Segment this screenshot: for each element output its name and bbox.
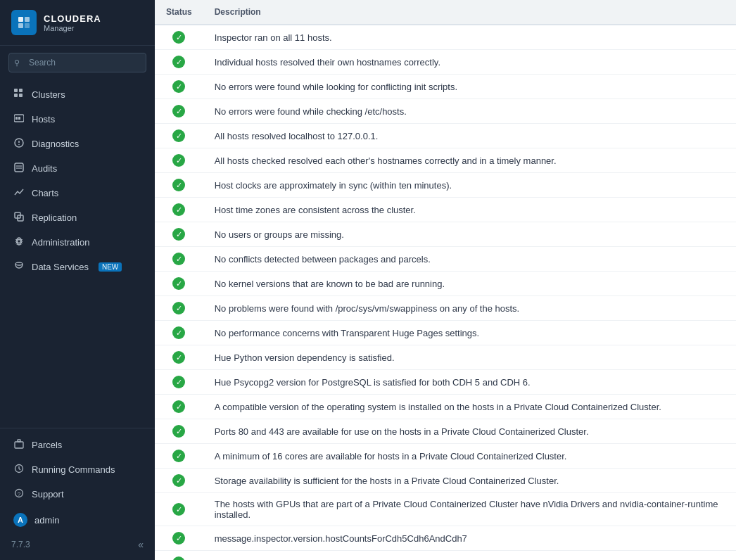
description-cell: Host time zones are consistent across th… xyxy=(203,198,736,222)
table-row: ✓The hosts with GPUs that are part of a … xyxy=(155,493,736,526)
description-cell: No performance concerns with Transparent… xyxy=(203,321,736,345)
sidebar-item-data-services-label: Data Services xyxy=(32,262,89,272)
status-ok-icon: ✓ xyxy=(172,228,185,241)
sidebar-item-parcels[interactable]: Parcels xyxy=(0,433,155,457)
sidebar-item-hosts-label: Hosts xyxy=(32,114,55,125)
svg-rect-7 xyxy=(19,94,23,97)
table-row: ✓No errors were found while checking /et… xyxy=(155,99,736,124)
sidebar-item-parcels-label: Parcels xyxy=(32,440,62,450)
search-input[interactable] xyxy=(8,53,146,72)
sidebar-item-audits[interactable]: Audits xyxy=(0,156,155,181)
col-header-status: Status xyxy=(155,0,203,25)
logo-area: CLOUDERA Manager xyxy=(0,0,155,46)
col-header-description: Description xyxy=(203,0,736,25)
status-cell: ✓ xyxy=(155,50,203,75)
status-cell: ✓ xyxy=(155,493,203,526)
svg-rect-4 xyxy=(14,89,18,92)
svg-rect-10 xyxy=(18,117,20,120)
sidebar-item-clusters[interactable]: Clusters xyxy=(0,82,155,107)
table-row: ✓Individual hosts resolved their own hos… xyxy=(155,50,736,75)
table-row: ✓Storage availability is sufficient for … xyxy=(155,469,736,493)
svg-point-20 xyxy=(15,262,23,265)
user-menu[interactable]: A admin xyxy=(0,507,155,533)
sidebar-item-replication[interactable]: Replication xyxy=(0,205,155,230)
status-ok-icon: ✓ xyxy=(172,253,185,265)
description-cell: No problems were found with /proc/sys/vm… xyxy=(203,296,736,321)
status-ok-icon: ✓ xyxy=(172,556,185,560)
sidebar-item-charts-label: Charts xyxy=(32,188,58,198)
status-ok-icon: ✓ xyxy=(172,105,185,117)
clusters-icon xyxy=(13,89,25,101)
description-cell: A minimum of 16 cores are available for … xyxy=(203,444,736,469)
svg-rect-6 xyxy=(14,94,18,97)
status-ok-icon: ✓ xyxy=(172,56,185,68)
status-cell: ✓ xyxy=(155,25,203,50)
sidebar-item-hosts[interactable]: Hosts xyxy=(0,107,155,132)
sidebar-version-row: 7.7.3 « xyxy=(0,533,155,556)
sidebar-item-administration[interactable]: Administration xyxy=(0,230,155,255)
sidebar-item-charts[interactable]: Charts xyxy=(0,181,155,205)
table-row: ✓No users or groups are missing. xyxy=(155,222,736,247)
svg-rect-14 xyxy=(15,163,23,172)
status-ok-icon: ✓ xyxy=(172,425,185,438)
table-row: ✓Hue Python version dependency is satisf… xyxy=(155,345,736,370)
description-cell: Individual hosts resolved their own host… xyxy=(203,50,736,75)
sidebar-item-data-services[interactable]: Data Services NEW xyxy=(0,255,155,279)
sidebar-item-support[interactable]: ? Support xyxy=(0,482,155,507)
table-row: ✓All checked hosts in each cluster are r… xyxy=(155,551,736,561)
table-row: ✓message.inspector.version.hostCountsFor… xyxy=(155,526,736,551)
status-cell: ✓ xyxy=(155,99,203,124)
table-row: ✓No problems were found with /proc/sys/v… xyxy=(155,296,736,321)
description-cell: Hue Python version dependency is satisfi… xyxy=(203,345,736,370)
table-row: ✓No errors were found while looking for … xyxy=(155,75,736,99)
main-content: Status Description ✓Inspector ran on all… xyxy=(155,0,736,560)
description-cell: Ports 80 and 443 are available for use o… xyxy=(203,419,736,444)
status-ok-icon: ✓ xyxy=(172,203,185,216)
status-cell: ✓ xyxy=(155,247,203,272)
parcels-icon xyxy=(13,439,25,451)
sidebar-item-diagnostics-label: Diagnostics xyxy=(32,139,79,149)
svg-rect-0 xyxy=(18,17,23,22)
status-ok-icon: ✓ xyxy=(172,532,185,545)
status-ok-icon: ✓ xyxy=(172,154,185,167)
audits-icon xyxy=(13,163,25,174)
charts-icon xyxy=(13,187,25,199)
status-cell: ✓ xyxy=(155,370,203,395)
sidebar-item-diagnostics[interactable]: Diagnostics xyxy=(0,132,155,156)
status-cell: ✓ xyxy=(155,321,203,345)
svg-point-13 xyxy=(18,144,20,146)
table-row: ✓All hosts resolved localhost to 127.0.0… xyxy=(155,124,736,148)
status-cell: ✓ xyxy=(155,75,203,99)
sidebar-item-running-commands[interactable]: Running Commands xyxy=(0,457,155,482)
table-row: ✓Host time zones are consistent across t… xyxy=(155,198,736,222)
table-row: ✓Host clocks are approximately in sync (… xyxy=(155,173,736,198)
description-cell: Host clocks are approximately in sync (w… xyxy=(203,173,736,198)
table-row: ✓Inspector ran on all 11 hosts. xyxy=(155,25,736,50)
brand-sub: Manager xyxy=(44,24,101,32)
status-ok-icon: ✓ xyxy=(172,129,185,142)
description-cell: All hosts checked resolved each other's … xyxy=(203,148,736,173)
svg-rect-2 xyxy=(18,23,23,28)
sidebar-bottom: Parcels Running Commands ? Support A adm… xyxy=(0,428,155,560)
description-cell: No errors were found while looking for c… xyxy=(203,75,736,99)
description-cell: Hue Psycopg2 version for PostgreSQL is s… xyxy=(203,370,736,395)
data-services-badge: NEW xyxy=(99,262,122,272)
sidebar-item-replication-label: Replication xyxy=(32,212,77,223)
sidebar-item-support-label: Support xyxy=(32,489,64,499)
nav-menu: Clusters Hosts Diagnostics Audits xyxy=(0,79,155,428)
status-cell: ✓ xyxy=(155,526,203,551)
description-cell: A compatible version of the operating sy… xyxy=(203,395,736,419)
status-ok-icon: ✓ xyxy=(172,326,185,339)
status-ok-icon: ✓ xyxy=(172,474,185,487)
description-cell: No users or groups are missing. xyxy=(203,222,736,247)
status-cell: ✓ xyxy=(155,296,203,321)
collapse-sidebar-button[interactable]: « xyxy=(138,539,144,550)
status-ok-icon: ✓ xyxy=(172,302,185,314)
status-ok-icon: ✓ xyxy=(172,277,185,290)
search-box[interactable]: ⚲ xyxy=(8,53,146,72)
user-name: admin xyxy=(34,515,59,526)
svg-point-19 xyxy=(18,240,21,243)
status-cell: ✓ xyxy=(155,444,203,469)
svg-rect-22 xyxy=(18,440,20,442)
logo-icon xyxy=(11,10,37,35)
